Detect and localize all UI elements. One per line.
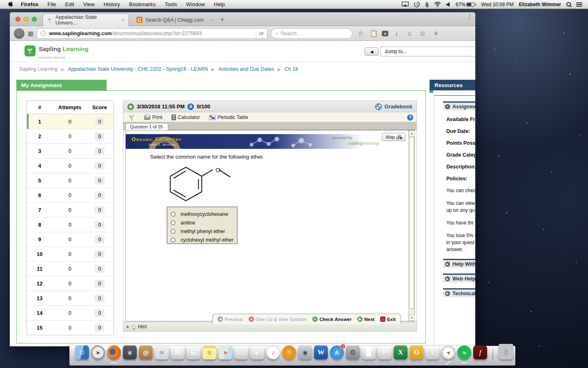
dock-firefox-icon[interactable] (107, 346, 121, 359)
table-row[interactable]: 1100 (27, 261, 114, 276)
help-icon[interactable]: ? (407, 114, 413, 121)
breadcrumb-link[interactable]: Appalachian State University - CHE 2202 … (68, 66, 208, 72)
spotlight-icon[interactable] (566, 2, 571, 7)
dock-maps-icon[interactable]: ➤ (218, 346, 232, 359)
dock-launchpad-icon[interactable]: ➤ (91, 346, 105, 359)
table-row[interactable]: 800 (27, 217, 114, 232)
dock-finder-icon[interactable]: ☺ (75, 346, 89, 359)
bluetooth-icon[interactable] (425, 2, 429, 7)
airplay-icon[interactable] (402, 2, 409, 7)
question-tab[interactable]: Question 1 of 25 (125, 123, 168, 130)
table-row[interactable]: 1000 (27, 247, 114, 261)
dock-photos-icon[interactable]: ◉ (298, 346, 312, 359)
table-row[interactable]: 1300 (27, 291, 114, 305)
dock-photobooth-icon[interactable]: ▐▌ (362, 346, 376, 359)
radio-button[interactable] (171, 238, 176, 242)
fullscreen-icon[interactable]: ↗↙ (468, 14, 471, 20)
resources-tab[interactable]: Resources (430, 80, 475, 90)
tab-close-icon[interactable]: × (122, 18, 125, 22)
battery-indicator[interactable]: 67% (456, 2, 476, 7)
answer-option[interactable]: methoxycyclohexane (171, 210, 237, 218)
table-row[interactable]: 200 (27, 129, 114, 144)
breadcrumb-link[interactable]: Ch 18 (285, 66, 298, 72)
answer-option[interactable]: methyl phenyl ether (171, 227, 237, 236)
time-machine-icon[interactable] (414, 2, 420, 7)
menu-bar-clock[interactable]: Wed 10:08 PM (481, 2, 514, 7)
question-scrollbar[interactable]: ▲ ▼ (408, 130, 414, 321)
wifi-icon[interactable] (434, 2, 441, 7)
menu-item-help[interactable]: Help (214, 1, 225, 7)
scroll-up-icon[interactable]: ▲ (409, 130, 415, 137)
minimize-window-button[interactable] (24, 17, 29, 22)
resources-section-technical-s[interactable]: ▶Technical S (443, 288, 475, 297)
menu-item-tools[interactable]: Tools (165, 1, 177, 7)
resources-section-web-help[interactable]: ▶Web Help (443, 274, 475, 283)
dock-ibooks-icon[interactable]: ❝ (282, 346, 296, 359)
tool-calculator[interactable]: Calculator (172, 114, 200, 120)
scrollbar-thumb[interactable] (409, 137, 414, 309)
dock-reminders-icon[interactable]: ☰ (187, 346, 200, 359)
tab-close-icon[interactable]: × (211, 18, 213, 22)
table-row[interactable]: 100 (27, 114, 114, 129)
table-row[interactable]: 400 (27, 158, 114, 173)
table-row[interactable]: 1400 (27, 305, 114, 320)
reload-icon[interactable]: ⟳ (256, 30, 264, 37)
close-window-button[interactable] (16, 17, 20, 22)
tab-sapling[interactable]: Appalachian State Univers... × (42, 13, 129, 26)
check-answer-button[interactable]: ✓Check Answer (312, 316, 352, 322)
dock-contacts-icon[interactable]: @ (139, 346, 153, 359)
dock-grab-icon[interactable]: ▣ (123, 346, 137, 359)
bookmark-star-icon[interactable]: ☆ (356, 29, 365, 37)
search-field[interactable]: ⌕ Search (271, 28, 352, 39)
dock-spotify-icon[interactable]: ≈ (457, 346, 471, 359)
dock-trash-icon[interactable]: ▒ (499, 344, 513, 359)
notification-center-icon[interactable] (576, 2, 582, 7)
menu-item-firefox[interactable]: Firefox (21, 1, 38, 7)
gradebook-link[interactable]: Gradebook (375, 103, 412, 110)
dock-appstore-icon[interactable]: A2 (330, 346, 344, 359)
bookmarks-menu-icon[interactable]: 📋 (369, 29, 379, 37)
dock-facetime-icon[interactable]: ▸ (250, 346, 264, 359)
table-row[interactable]: 900 (27, 232, 114, 247)
give-up-view-solution-button[interactable]: ✕Give Up & View Solution (249, 316, 307, 322)
jump-back-button[interactable]: ◀ (365, 47, 379, 56)
hint-expand-icon[interactable]: ▶ (127, 325, 129, 329)
answer-option[interactable]: cyclohexyl methyl ether (171, 236, 237, 244)
menu-item-view[interactable]: View (83, 1, 95, 7)
dock-excel-icon[interactable]: X (394, 346, 408, 359)
breadcrumb-link[interactable]: Activities and Due Dates (218, 66, 274, 72)
tool-print[interactable]: Print (144, 114, 163, 120)
dock-downloads-globe-icon[interactable]: ↓ (425, 346, 439, 359)
dock-notes-icon[interactable]: ≣ (203, 346, 216, 359)
answer-option[interactable]: aniline (171, 218, 237, 227)
tab-groups-icon[interactable]: ▦ (28, 30, 33, 37)
resources-section-assignment[interactable]: ▼Assignment (443, 101, 475, 110)
my-assignment-tab[interactable]: My Assignment (16, 80, 107, 90)
url-bar[interactable]: i www.saplinglearning.com/ibiscms/mod/ib… (37, 28, 267, 39)
new-tab-button[interactable]: + (220, 16, 225, 24)
menu-bar-user[interactable]: Elizabeth Wimmer (519, 2, 561, 7)
menu-item-edit[interactable]: Edit (65, 1, 74, 7)
table-row[interactable]: 1500 (27, 320, 114, 335)
tool-periodic-table[interactable]: Periodic Table (209, 114, 248, 120)
back-button[interactable]: ← (14, 28, 24, 39)
home-icon[interactable]: ⌂ (405, 30, 414, 37)
radio-button[interactable] (171, 220, 176, 225)
exit-button[interactable]: →Exit (380, 316, 396, 322)
previous-button[interactable]: ◀Previous (218, 316, 243, 322)
dock-outlook-icon[interactable]: O (410, 346, 423, 359)
dock-mail-icon[interactable]: ✉ (155, 346, 169, 359)
map-button[interactable]: Map (382, 133, 405, 141)
radio-button[interactable] (171, 229, 176, 234)
table-row[interactable]: 500 (27, 173, 114, 188)
table-row[interactable]: 600 (27, 188, 114, 202)
downloads-icon[interactable]: ↓ (392, 30, 401, 37)
scroll-down-icon[interactable]: ▼ (409, 315, 415, 321)
table-row[interactable]: 300 (27, 144, 114, 158)
dock-powerpoint-icon[interactable]: P (378, 346, 392, 359)
menu-item-window[interactable]: Window (186, 1, 205, 7)
zoom-window-button[interactable] (32, 17, 37, 22)
dock-messages-icon[interactable]: … (234, 346, 248, 359)
jump-to-dropdown[interactable]: Jump to... (381, 47, 475, 56)
tab-chegg[interactable]: C Search Q&A | Chegg.com × (132, 13, 217, 26)
